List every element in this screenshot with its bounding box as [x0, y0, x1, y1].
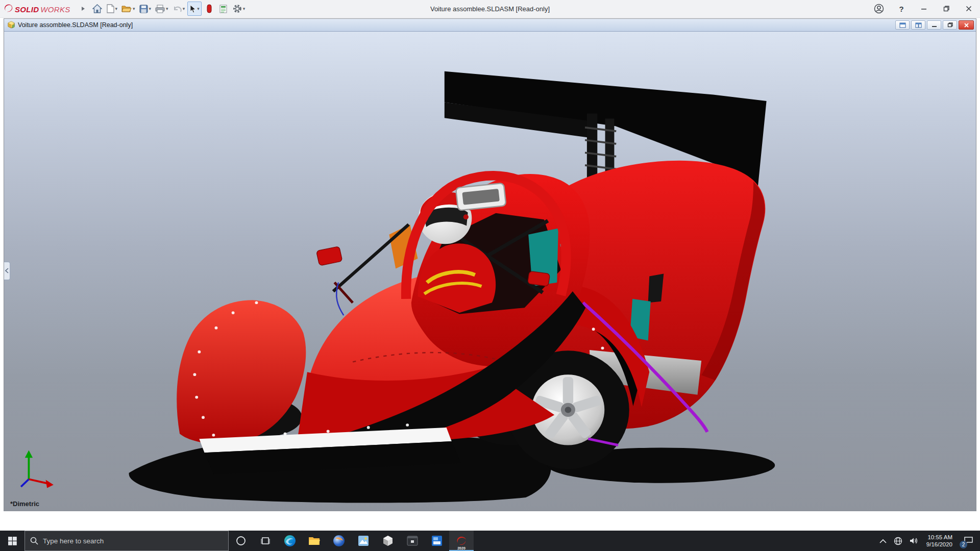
solidworks-year-label: 2020 [449, 546, 474, 550]
document-titlebar[interactable]: Voiture assomblee.SLDASM [Read-only] [4, 19, 976, 32]
window-tile-icon [915, 22, 922, 28]
new-document-button[interactable]: ▾ [105, 2, 119, 16]
help-button[interactable]: ? [890, 0, 913, 18]
orientation-triad [21, 450, 54, 488]
help-icon: ? [899, 5, 903, 13]
browser-icon [333, 535, 345, 547]
edge-button[interactable] [278, 531, 302, 551]
blue-app-icon [431, 535, 443, 546]
caret-down-icon[interactable]: ▾ [149, 7, 152, 11]
task-view-button[interactable] [253, 531, 278, 551]
red-capsule-icon [207, 4, 212, 13]
minimize-button[interactable] [913, 0, 935, 18]
new-document-icon [107, 4, 114, 13]
taskbar-clock[interactable]: 10:55 AM 9/16/2020 [922, 531, 957, 551]
search-input[interactable] [43, 537, 223, 545]
globe-icon [894, 537, 902, 545]
system-tray: 10:55 AM 9/16/2020 2 [876, 531, 980, 551]
taskbar: 2020 10:55 AM 9/16/2020 2 [0, 531, 980, 551]
doc-restore-button[interactable] [943, 20, 957, 30]
view-orientation-label: *Dimetric [10, 500, 39, 508]
window-layout-icon [899, 22, 906, 28]
volume-button[interactable] [906, 531, 922, 551]
assembly-document-icon [7, 21, 15, 29]
solidworks-app-icon [456, 536, 467, 545]
print-button[interactable]: ▾ [154, 2, 170, 16]
recorder-app-icon [407, 536, 418, 546]
doc-minimize-button[interactable] [927, 20, 941, 30]
ds-logo-mark [4, 4, 13, 12]
caret-down-icon[interactable]: ▾ [133, 7, 135, 11]
print-icon [155, 5, 165, 13]
network-button[interactable] [890, 531, 906, 551]
select-tool-button[interactable]: ▾ [187, 2, 202, 16]
document-window-controls [895, 20, 974, 30]
undo-button[interactable]: ▾ [171, 2, 187, 16]
home-button[interactable] [91, 2, 104, 16]
blue-app-button[interactable] [425, 531, 449, 551]
tray-expand-button[interactable] [876, 531, 890, 551]
file-explorer-button[interactable] [302, 531, 327, 551]
document-window: Voiture assomblee.SLDASM [Read-only] [4, 18, 976, 511]
doc-restore-icon [947, 22, 953, 28]
doc-close-button[interactable] [959, 20, 974, 30]
doc-layout-button-1[interactable] [895, 20, 910, 30]
toolbar-expand-arrow[interactable] [77, 2, 90, 16]
doc-close-icon [964, 22, 969, 28]
flyout-right-icon [81, 6, 85, 11]
edge-icon [284, 535, 296, 547]
clock-date: 9/16/2020 [926, 541, 952, 548]
select-cursor-icon [189, 5, 196, 13]
design-report-button[interactable] [217, 2, 230, 16]
save-button[interactable]: ▾ [138, 2, 153, 16]
taskbar-search[interactable] [24, 531, 229, 551]
logo-text-works: WORKS [40, 5, 70, 14]
file-explorer-icon [308, 536, 321, 546]
close-button[interactable] [958, 0, 980, 18]
caret-down-icon[interactable]: ▾ [243, 7, 246, 11]
logo-text-solid: SOLID [15, 5, 39, 14]
3d-viewport[interactable]: *Dimetric [4, 32, 976, 511]
start-button[interactable] [0, 531, 24, 551]
windscreen-frame [456, 183, 506, 211]
home-icon [92, 4, 102, 13]
speaker-icon [910, 537, 919, 545]
action-center-button[interactable]: 2 [957, 531, 980, 551]
caret-down-icon[interactable]: ▾ [115, 7, 118, 11]
solidworks-logo: SOLIDWORKS [4, 4, 70, 14]
cortana-icon [236, 536, 246, 546]
caret-down-icon[interactable]: ▾ [197, 7, 200, 11]
cad-viewer-button[interactable] [376, 531, 400, 551]
browser-button[interactable] [327, 531, 351, 551]
chevron-left-icon [5, 268, 9, 273]
chevron-up-icon [879, 539, 887, 543]
gear-icon [233, 4, 242, 13]
front-bodywork [177, 174, 590, 444]
report-icon [219, 5, 227, 13]
feature-panel-expander[interactable] [4, 262, 10, 280]
document-title: Voiture assomblee.SLDASM [Read-only] [18, 21, 133, 29]
maximize-button[interactable] [935, 0, 958, 18]
caret-down-icon[interactable]: ▾ [166, 7, 168, 11]
windows-logo-icon [8, 537, 17, 545]
account-button[interactable] [868, 0, 890, 18]
snapshot-button[interactable] [203, 2, 216, 16]
cortana-button[interactable] [229, 531, 253, 551]
caret-down-icon[interactable]: ▾ [183, 7, 185, 11]
cube-app-icon [382, 535, 394, 546]
options-button[interactable]: ▾ [231, 2, 247, 16]
search-icon [30, 537, 38, 545]
open-button[interactable]: ▾ [120, 2, 137, 16]
doc-layout-button-2[interactable] [911, 20, 925, 30]
minimize-icon [921, 6, 927, 12]
save-icon [139, 5, 148, 13]
restore-icon [943, 6, 949, 12]
recorder-app-button[interactable] [400, 531, 425, 551]
app-titlebar: Voiture assomblee.SLDASM [Read-only] SOL… [0, 0, 980, 18]
model-canvas[interactable] [4, 32, 976, 511]
undo-icon [173, 5, 182, 13]
photos-button[interactable] [351, 531, 376, 551]
close-icon [966, 6, 972, 12]
clock-time: 10:55 AM [927, 534, 952, 541]
solidworks-taskbar-button[interactable]: 2020 [449, 531, 474, 551]
